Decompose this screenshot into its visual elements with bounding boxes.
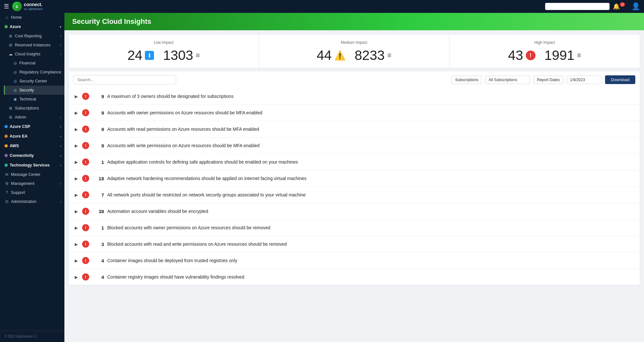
table-row[interactable]: ▶ ! 3 Blocked accounts with read and wri… xyxy=(69,236,640,252)
top-search-input[interactable] xyxy=(545,3,610,10)
logo-main-text: connect. xyxy=(24,2,43,7)
sidebar-item-management[interactable]: ⚙ Management › xyxy=(0,179,64,188)
severity-badge: ! xyxy=(82,175,89,182)
expand-icon[interactable]: ▶ xyxy=(74,258,79,263)
stat-card-low: Low Impact 24 ℹ 1303 ≡ xyxy=(69,34,259,68)
row-label: Adaptive application controls for defini… xyxy=(107,159,635,165)
table-row[interactable]: ▶ ! 38 Automation account variables shou… xyxy=(69,203,640,220)
sidebar-message-label: Message Center xyxy=(11,172,61,177)
sidebar-section-tech-services[interactable]: Technology Services › xyxy=(0,160,64,170)
sidebar-support-label: Support xyxy=(11,190,61,195)
sidebar-azure-label: Azure xyxy=(10,24,58,29)
table-row[interactable]: ▶ ! 1 Adaptive application controls for … xyxy=(69,154,640,170)
bell-icon[interactable]: 🔔 xyxy=(613,3,620,10)
expand-icon[interactable]: ▶ xyxy=(74,160,79,165)
table-row[interactable]: ▶ ! 9 Accounts with owner permissions on… xyxy=(69,105,640,121)
azure-sub: ⊞ Cost Reporting › ⊞ Reserved Instances … xyxy=(0,32,64,122)
row-count: 1 xyxy=(92,225,104,231)
report-dates-label-btn[interactable]: Report Dates xyxy=(533,76,563,84)
sidebar-section-aws[interactable]: AWS › xyxy=(0,141,64,151)
user-icon[interactable]: 👤 xyxy=(631,2,640,11)
sidebar-section-azure-csp[interactable]: Azure CSP › xyxy=(0,122,64,131)
sidebar-item-support[interactable]: ? Support xyxy=(0,188,64,197)
sidebar-section-connectivity[interactable]: Connectivity › xyxy=(0,151,64,160)
expand-icon[interactable]: ▶ xyxy=(74,242,79,247)
row-count: 9 xyxy=(92,127,104,132)
nav-right: 🔔 0 👤 xyxy=(545,2,640,11)
sidebar-section-azure[interactable]: Azure ▾ xyxy=(0,22,64,32)
top-nav: ☰ c connect. GL lightstream 🔔 0 👤 xyxy=(0,0,644,13)
expand-icon[interactable]: ▶ xyxy=(74,176,79,181)
tech-services-dot xyxy=(5,164,8,167)
table-row[interactable]: ▶ ! 9 Accounts with write permissions on… xyxy=(69,138,640,154)
subscriptions-icon: ⊞ xyxy=(8,106,13,110)
hamburger-icon[interactable]: ☰ xyxy=(4,3,9,10)
logo: c connect. GL lightstream xyxy=(12,2,43,11)
sidebar-item-financial[interactable]: ◎ Financial xyxy=(4,59,64,68)
table-row[interactable]: ▶ ! 9 A maximum of 3 owners should be de… xyxy=(69,88,640,105)
page-title: Security Cloud Insights xyxy=(72,17,636,26)
expand-icon[interactable]: ▶ xyxy=(74,94,79,99)
sidebar-item-admin[interactable]: ⊞ Admin › xyxy=(4,113,64,122)
table-row[interactable]: ▶ ! 18 Adaptive network hardening recomm… xyxy=(69,170,640,187)
search-input[interactable] xyxy=(73,75,176,84)
severity-badge: ! xyxy=(82,208,89,215)
sidebar-footer: © 2023 Lightstream ⓘ xyxy=(0,331,64,342)
medium-list-icon: ≡ xyxy=(387,51,392,60)
row-count: 4 xyxy=(92,274,104,280)
azure-csp-dot xyxy=(5,125,8,128)
subscriptions-label-btn[interactable]: Subscriptions xyxy=(451,76,482,84)
subscriptions-select[interactable]: All Subscriptions xyxy=(485,76,530,84)
search-wrap xyxy=(73,75,176,84)
table-row[interactable]: ▶ ! 4 Container registry images should h… xyxy=(69,269,640,285)
row-label: Accounts with read permissions on Azure … xyxy=(107,127,635,132)
sidebar-connectivity-label: Connectivity xyxy=(10,153,58,158)
expand-icon[interactable]: ▶ xyxy=(74,275,79,280)
expand-icon[interactable]: ▶ xyxy=(74,127,79,132)
date-select[interactable]: 1/9/2023 xyxy=(566,76,602,84)
sidebar: ⌂ Home Azure ▾ ⊞ Cost Reporting › ⊞ Rese… xyxy=(0,13,64,342)
sidebar-admin-label: Administration xyxy=(11,199,58,204)
medium-count-1-group: 44 ⚠️ xyxy=(317,49,346,62)
high-list-icon: ≡ xyxy=(577,51,581,60)
data-table: ▶ ! 9 A maximum of 3 owners should be de… xyxy=(68,88,640,286)
table-row[interactable]: ▶ ! 7 All network ports should be restri… xyxy=(69,187,640,203)
sidebar-azure-ea-label: Azure EA xyxy=(10,134,58,138)
sidebar-item-security[interactable]: ◎ Security xyxy=(4,86,64,95)
expand-icon[interactable]: ▶ xyxy=(74,110,79,115)
sidebar-item-reserved-instances[interactable]: ⊞ Reserved Instances › xyxy=(4,41,64,50)
high-count-2: 1991 xyxy=(545,49,574,62)
sidebar-item-subscriptions[interactable]: ⊞ Subscriptions xyxy=(4,104,64,113)
sidebar-item-cost-reporting[interactable]: ⊞ Cost Reporting › xyxy=(4,32,64,41)
expand-icon[interactable]: ▶ xyxy=(74,209,79,214)
table-row[interactable]: ▶ ! 4 Container images should be deploye… xyxy=(69,252,640,269)
sidebar-item-message-center[interactable]: ✉ Message Center xyxy=(0,170,64,179)
table-row[interactable]: ▶ ! 9 Accounts with read permissions on … xyxy=(69,121,640,138)
expand-icon[interactable]: ▶ xyxy=(74,143,79,148)
severity-badge: ! xyxy=(82,257,89,264)
expand-icon[interactable]: ▶ xyxy=(74,225,79,230)
layout: ⌂ Home Azure ▾ ⊞ Cost Reporting › ⊞ Rese… xyxy=(0,13,644,342)
sidebar-item-cloud-insights[interactable]: ☁ Cloud Insights › xyxy=(4,50,64,59)
sidebar-item-technical[interactable]: ◉ Technical xyxy=(4,95,64,104)
severity-badge: ! xyxy=(82,241,89,248)
low-impact-values: 24 ℹ 1303 ≡ xyxy=(76,49,251,62)
sidebar-item-home[interactable]: ⌂ Home xyxy=(0,13,64,22)
row-label: Accounts with owner permissions on Azure… xyxy=(107,110,635,115)
sidebar-item-security-center[interactable]: ◎ Security Center xyxy=(4,77,64,86)
row-label: Blocked accounts with owner permissions … xyxy=(107,225,635,230)
severity-badge: ! xyxy=(82,273,89,280)
row-count: 9 xyxy=(92,110,104,116)
sidebar-item-regulatory[interactable]: ◎ Regulatory Compliance xyxy=(4,68,64,77)
row-count: 9 xyxy=(92,94,104,99)
row-label: All network ports should be restricted o… xyxy=(107,192,635,197)
admin-icon: ⊞ xyxy=(8,115,13,119)
sidebar-item-administration[interactable]: ⊡ Administration › xyxy=(0,197,64,206)
high-impact-label: High Impact xyxy=(457,40,632,45)
support-icon: ? xyxy=(5,190,9,195)
sidebar-section-azure-ea[interactable]: Azure EA › xyxy=(0,131,64,141)
download-button[interactable]: Download xyxy=(605,75,635,84)
expand-icon[interactable]: ▶ xyxy=(74,193,79,197)
table-row[interactable]: ▶ ! 1 Blocked accounts with owner permis… xyxy=(69,220,640,236)
nav-left: ☰ c connect. GL lightstream xyxy=(4,2,43,11)
